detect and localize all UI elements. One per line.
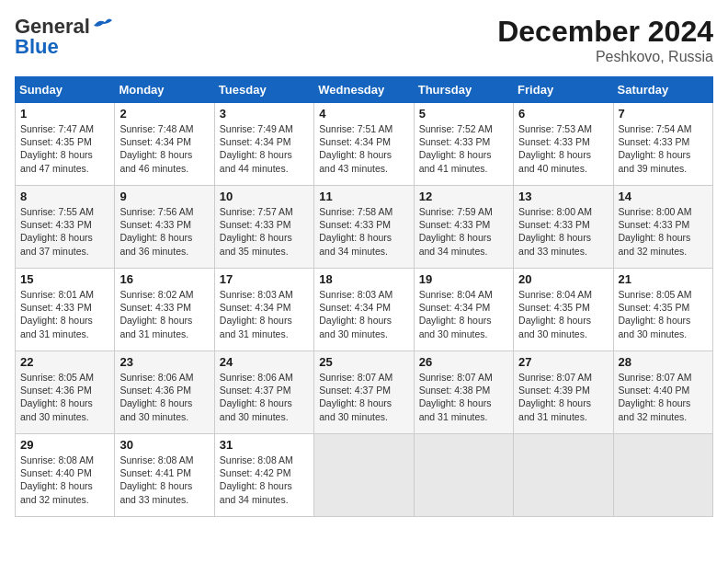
table-row xyxy=(314,434,414,517)
sunrise-label: Sunrise: xyxy=(419,206,455,217)
day-info: Sunrise: 8:07 AM Sunset: 4:39 PM Dayligh… xyxy=(518,371,608,423)
day-info: Sunrise: 8:06 AM Sunset: 4:36 PM Dayligh… xyxy=(119,371,209,423)
daylight-label: Daylight: xyxy=(220,480,257,491)
sunrise-label: Sunrise: xyxy=(119,372,155,383)
sunset-label: Sunset: xyxy=(20,467,53,478)
calendar-week-row: 22 Sunrise: 8:05 AM Sunset: 4:36 PM Dayl… xyxy=(16,351,713,434)
sunset-label: Sunset: xyxy=(220,467,253,478)
table-row: 27 Sunrise: 8:07 AM Sunset: 4:39 PM Dayl… xyxy=(514,351,613,434)
daylight-label: Daylight: xyxy=(119,397,157,408)
day-info: Sunrise: 8:01 AM Sunset: 4:33 PM Dayligh… xyxy=(20,288,109,340)
sunset-label: Sunset: xyxy=(518,136,552,147)
day-info: Sunrise: 7:57 AM Sunset: 4:33 PM Dayligh… xyxy=(220,205,309,258)
day-info: Sunrise: 7:54 AM Sunset: 4:33 PM Dayligh… xyxy=(619,122,708,175)
col-friday: Friday xyxy=(514,77,613,103)
day-number: 8 xyxy=(20,190,109,203)
sunset-label: Sunset: xyxy=(319,302,352,313)
day-number: 23 xyxy=(119,355,209,369)
table-row: 2 Sunrise: 7:48 AM Sunset: 4:34 PM Dayli… xyxy=(115,103,214,186)
table-row: 4 Sunrise: 7:51 AM Sunset: 4:34 PM Dayli… xyxy=(314,103,414,186)
sunset-label: Sunset: xyxy=(119,467,153,478)
sunrise-label: Sunrise: xyxy=(20,454,56,465)
sunset-label: Sunset: xyxy=(119,302,153,313)
day-number: 4 xyxy=(319,107,408,121)
table-row: 25 Sunrise: 8:07 AM Sunset: 4:37 PM Dayl… xyxy=(314,351,414,434)
sunset-label: Sunset: xyxy=(119,385,153,396)
day-info: Sunrise: 7:47 AM Sunset: 4:35 PM Dayligh… xyxy=(20,122,109,175)
col-tuesday: Tuesday xyxy=(214,77,313,103)
table-row: 21 Sunrise: 8:05 AM Sunset: 4:35 PM Dayl… xyxy=(613,269,712,351)
day-number: 26 xyxy=(419,355,508,369)
daylight-label: Daylight: xyxy=(319,315,357,326)
sunrise-label: Sunrise: xyxy=(220,289,256,300)
calendar-header-row: Sunday Monday Tuesday Wednesday Thursday… xyxy=(16,77,713,103)
sunset-label: Sunset: xyxy=(20,136,53,147)
table-row: 23 Sunrise: 8:06 AM Sunset: 4:36 PM Dayl… xyxy=(115,351,214,434)
sunrise-label: Sunrise: xyxy=(20,372,56,383)
sunrise-label: Sunrise: xyxy=(20,206,56,217)
logo: General Blue xyxy=(15,15,112,59)
day-number: 5 xyxy=(419,107,508,121)
daylight-label: Daylight: xyxy=(20,315,58,326)
day-info: Sunrise: 7:48 AM Sunset: 4:34 PM Dayligh… xyxy=(119,122,209,175)
daylight-label: Daylight: xyxy=(619,149,656,160)
day-number: 15 xyxy=(20,272,109,286)
sunrise-label: Sunrise: xyxy=(119,206,155,217)
day-number: 11 xyxy=(319,190,408,203)
sunset-label: Sunset: xyxy=(119,136,153,147)
day-info: Sunrise: 7:56 AM Sunset: 4:33 PM Dayligh… xyxy=(119,205,209,258)
day-info: Sunrise: 8:05 AM Sunset: 4:36 PM Dayligh… xyxy=(20,371,109,423)
table-row: 16 Sunrise: 8:02 AM Sunset: 4:33 PM Dayl… xyxy=(115,269,214,351)
calendar-week-row: 8 Sunrise: 7:55 AM Sunset: 4:33 PM Dayli… xyxy=(16,186,713,269)
day-info: Sunrise: 8:06 AM Sunset: 4:37 PM Dayligh… xyxy=(220,371,309,423)
day-number: 30 xyxy=(119,438,209,452)
sunrise-label: Sunrise: xyxy=(419,372,455,383)
sunset-label: Sunset: xyxy=(518,302,552,313)
table-row: 18 Sunrise: 8:03 AM Sunset: 4:34 PM Dayl… xyxy=(314,269,414,351)
table-row: 15 Sunrise: 8:01 AM Sunset: 4:33 PM Dayl… xyxy=(16,269,115,351)
table-row: 11 Sunrise: 7:58 AM Sunset: 4:33 PM Dayl… xyxy=(314,186,414,269)
sunset-label: Sunset: xyxy=(619,385,652,396)
col-wednesday: Wednesday xyxy=(314,77,414,103)
daylight-label: Daylight: xyxy=(419,315,457,326)
table-row: 9 Sunrise: 7:56 AM Sunset: 4:33 PM Dayli… xyxy=(115,186,214,269)
day-number: 6 xyxy=(518,107,608,121)
sunrise-label: Sunrise: xyxy=(220,123,256,134)
table-row: 17 Sunrise: 8:03 AM Sunset: 4:34 PM Dayl… xyxy=(214,269,313,351)
sunset-label: Sunset: xyxy=(119,219,153,230)
sunset-label: Sunset: xyxy=(220,302,253,313)
sunset-label: Sunset: xyxy=(319,385,352,396)
table-row: 29 Sunrise: 8:08 AM Sunset: 4:40 PM Dayl… xyxy=(16,434,115,517)
table-row: 28 Sunrise: 8:07 AM Sunset: 4:40 PM Dayl… xyxy=(613,351,712,434)
day-info: Sunrise: 7:58 AM Sunset: 4:33 PM Dayligh… xyxy=(319,205,408,258)
daylight-label: Daylight: xyxy=(20,232,58,243)
daylight-label: Daylight: xyxy=(319,397,357,408)
sunset-label: Sunset: xyxy=(319,136,352,147)
col-sunday: Sunday xyxy=(16,77,115,103)
table-row: 3 Sunrise: 7:49 AM Sunset: 4:34 PM Dayli… xyxy=(214,103,313,186)
sunset-label: Sunset: xyxy=(220,385,253,396)
day-number: 7 xyxy=(619,107,708,121)
daylight-label: Daylight: xyxy=(220,232,257,243)
table-row: 19 Sunrise: 8:04 AM Sunset: 4:34 PM Dayl… xyxy=(414,269,513,351)
sunrise-label: Sunrise: xyxy=(619,289,654,300)
sunrise-label: Sunrise: xyxy=(518,206,554,217)
sunset-label: Sunset: xyxy=(220,136,253,147)
table-row: 20 Sunrise: 8:04 AM Sunset: 4:35 PM Dayl… xyxy=(514,269,613,351)
daylight-label: Daylight: xyxy=(119,315,157,326)
sunset-label: Sunset: xyxy=(619,302,652,313)
sunset-label: Sunset: xyxy=(419,302,452,313)
sunrise-label: Sunrise: xyxy=(419,123,455,134)
table-row: 6 Sunrise: 7:53 AM Sunset: 4:33 PM Dayli… xyxy=(514,103,613,186)
sunset-label: Sunset: xyxy=(419,136,452,147)
sunrise-label: Sunrise: xyxy=(419,289,455,300)
sunrise-label: Sunrise: xyxy=(119,123,155,134)
table-row xyxy=(514,434,613,517)
sunrise-label: Sunrise: xyxy=(518,123,554,134)
daylight-label: Daylight: xyxy=(419,397,457,408)
page-header: General Blue December 2024 Peshkovo, Rus… xyxy=(15,15,713,65)
table-row: 14 Sunrise: 8:00 AM Sunset: 4:33 PM Dayl… xyxy=(613,186,712,269)
daylight-label: Daylight: xyxy=(619,315,656,326)
daylight-label: Daylight: xyxy=(119,480,157,491)
sunset-label: Sunset: xyxy=(419,219,452,230)
